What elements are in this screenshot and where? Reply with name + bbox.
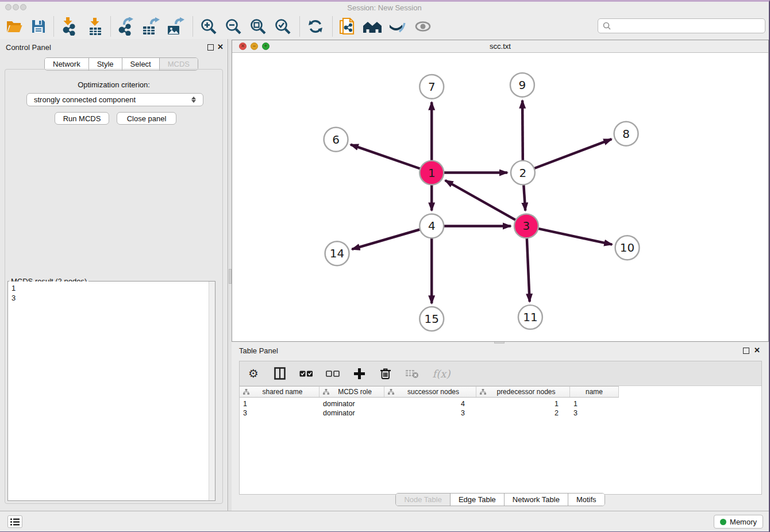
function-builder-icon[interactable]: f(x): [432, 367, 451, 380]
tab-edge-table[interactable]: Edge Table: [451, 494, 505, 506]
graph-edge-3-11[interactable]: [527, 237, 530, 302]
memory-button[interactable]: Memory: [714, 515, 763, 529]
mcds-result-scrollbar[interactable]: [209, 282, 215, 500]
column-visibility-icon[interactable]: [273, 367, 287, 380]
graph-node-9[interactable]: 9: [510, 73, 534, 97]
zoom-in-icon[interactable]: [199, 17, 218, 36]
svg-text:15: 15: [425, 312, 439, 326]
run-mcds-button[interactable]: Run MCDS: [55, 112, 109, 125]
cell-shared-name[interactable]: 1: [240, 399, 319, 408]
column-header-successor-nodes[interactable]: successor nodes: [384, 387, 476, 397]
tab-style[interactable]: Style: [89, 58, 122, 70]
tab-motifs[interactable]: Motifs: [568, 494, 605, 506]
eye-slash-glyph: [388, 19, 406, 34]
mcds-result-box: MCDS result (2 nodes) 1 3: [7, 281, 215, 501]
mcds-result-line: 1: [11, 283, 211, 293]
cell-name[interactable]: 3: [570, 408, 619, 418]
cell-successor-nodes[interactable]: 3: [384, 408, 476, 418]
hide-selected-icon[interactable]: [387, 17, 407, 36]
control-panel-float-icon[interactable]: [207, 44, 214, 51]
graph-edge-4-14[interactable]: [352, 229, 421, 249]
table-row[interactable]: 1 dominator 4 1 1: [240, 399, 619, 408]
graph-edge-3-10[interactable]: [537, 229, 612, 245]
graph-node-4[interactable]: 4: [419, 214, 444, 238]
table-row[interactable]: 3 dominator 3 2 3: [240, 408, 619, 418]
graph-node-8[interactable]: 8: [614, 122, 638, 146]
zoom-out-icon[interactable]: [224, 17, 243, 36]
svg-text:9: 9: [519, 78, 526, 92]
zoom-selected-icon[interactable]: [273, 17, 292, 36]
tab-network[interactable]: Network: [45, 58, 89, 70]
add-column-icon[interactable]: [352, 367, 366, 380]
save-session-icon[interactable]: [29, 17, 48, 36]
svg-text:11: 11: [523, 310, 537, 324]
svg-text:3: 3: [523, 219, 530, 233]
export-network-icon[interactable]: [116, 17, 135, 36]
graph-edge-3-1[interactable]: [445, 180, 517, 221]
svg-text:4: 4: [428, 219, 436, 233]
mcds-result-list[interactable]: 1 3: [8, 282, 215, 500]
cell-predecessor-nodes[interactable]: 2: [476, 408, 570, 418]
svg-text:14: 14: [330, 246, 344, 260]
cell-name[interactable]: 1: [570, 399, 619, 408]
delete-table-icon[interactable]: [405, 367, 419, 380]
criterion-select-value: strongly connected component: [34, 95, 136, 104]
tab-node-table[interactable]: Node Table: [396, 494, 451, 506]
cell-predecessor-nodes[interactable]: 1: [476, 399, 570, 408]
graph-node-14[interactable]: 14: [325, 241, 349, 265]
first-neighbors-icon[interactable]: [363, 17, 382, 36]
column-header-mcds-role[interactable]: MCDS role: [319, 387, 384, 397]
control-panel-title: Control Panel: [6, 43, 51, 52]
task-history-button[interactable]: [7, 515, 22, 528]
graph-node-2[interactable]: 2: [511, 161, 535, 185]
tab-select[interactable]: Select: [122, 58, 160, 70]
close-panel-button[interactable]: Close panel: [117, 112, 176, 125]
export-image-glyph: [167, 17, 185, 36]
import-network-icon[interactable]: [59, 17, 78, 36]
table-panel-close-icon[interactable]: ✕: [754, 347, 760, 354]
table-panel: Table Panel ✕ ⚙: [232, 344, 769, 511]
graph-edge-2-9[interactable]: [522, 101, 523, 161]
cell-successor-nodes[interactable]: 4: [384, 399, 476, 408]
import-table-glyph: [88, 18, 103, 36]
column-header-name[interactable]: name: [570, 387, 619, 397]
search-input[interactable]: [614, 22, 760, 30]
cell-mcds-role[interactable]: dominator: [319, 399, 384, 408]
column-header-shared-name[interactable]: shared name: [240, 387, 319, 397]
graph-node-11[interactable]: 11: [518, 305, 542, 329]
svg-text:8: 8: [622, 127, 630, 141]
graph-node-1[interactable]: 1: [419, 161, 444, 185]
graph-node-10[interactable]: 10: [615, 236, 640, 260]
graph-node-7[interactable]: 7: [419, 75, 444, 99]
graph-edge-2-8[interactable]: [534, 139, 612, 168]
cell-shared-name[interactable]: 3: [240, 408, 319, 418]
table-panel-float-icon[interactable]: [743, 348, 749, 354]
table-settings-icon[interactable]: ⚙: [247, 367, 260, 380]
cell-mcds-role[interactable]: dominator: [319, 408, 384, 418]
network-document-glyph: [339, 17, 356, 36]
graph-edge-2-3[interactable]: [523, 184, 525, 211]
zoom-fit-icon[interactable]: [248, 17, 268, 36]
graph-node-6[interactable]: 6: [324, 128, 348, 152]
control-panel-close-icon[interactable]: ✕: [217, 44, 224, 51]
search-field[interactable]: [598, 18, 765, 33]
show-hidden-icon[interactable]: [413, 17, 433, 36]
delete-column-icon[interactable]: [379, 367, 392, 380]
export-image-icon[interactable]: [166, 17, 186, 36]
mcds-tab-content: Optimization criterion: strongly connect…: [5, 69, 223, 504]
export-table-icon[interactable]: [141, 17, 161, 36]
graph-node-15[interactable]: 15: [419, 307, 444, 331]
criterion-select[interactable]: strongly connected component: [26, 93, 203, 106]
column-header-predecessor-nodes[interactable]: predecessor nodes: [476, 387, 570, 397]
graph-edge-1-6[interactable]: [351, 145, 421, 169]
refresh-layout-icon[interactable]: [306, 17, 325, 36]
import-table-icon[interactable]: [86, 17, 105, 36]
new-network-from-selection-icon[interactable]: [338, 17, 357, 36]
graph-node-3[interactable]: 3: [514, 214, 538, 238]
tab-network-table[interactable]: Network Table: [505, 494, 568, 506]
deselect-all-icon[interactable]: [326, 367, 340, 380]
select-all-icon[interactable]: [299, 367, 313, 380]
main-toolbar: [0, 13, 769, 39]
open-session-icon[interactable]: [5, 17, 24, 36]
tab-mcds[interactable]: MCDS: [160, 58, 198, 70]
